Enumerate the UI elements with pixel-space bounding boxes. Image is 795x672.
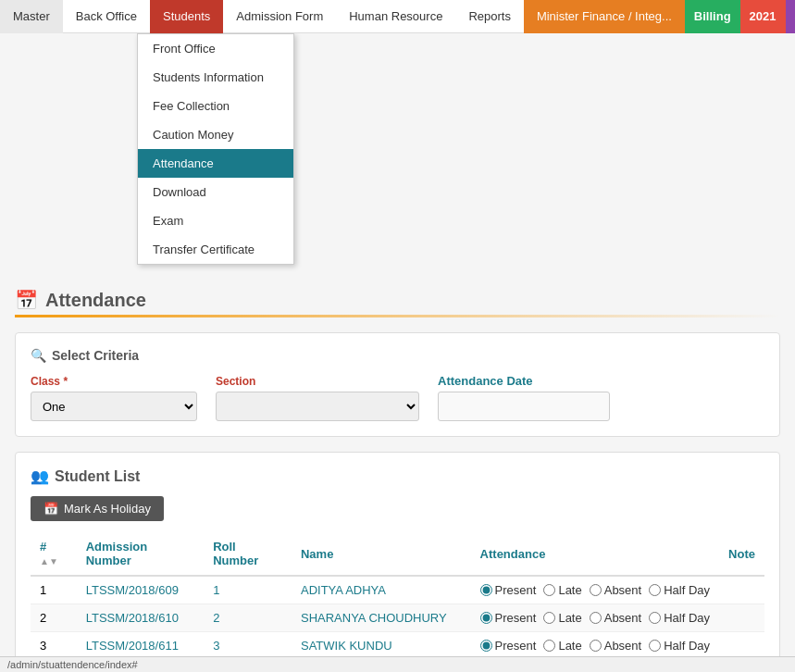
cell-name: ADITYA ADHYA — [292, 576, 471, 604]
radio-present[interactable] — [480, 584, 492, 596]
menu-download[interactable]: Download — [138, 178, 293, 206]
radio-halfday[interactable] — [649, 640, 661, 652]
attendance-options: Present Late Absent Half Day — [480, 583, 710, 597]
radio-halfday[interactable] — [649, 584, 661, 596]
url-bar: /admin/stuattendence/index# — [0, 656, 795, 672]
col-name: Name — [292, 532, 471, 576]
cell-note — [719, 576, 764, 604]
cell-roll: 1 — [204, 576, 292, 604]
attendance-date-label: Attendance Date — [438, 374, 610, 388]
menu-transfer-certificate[interactable]: Transfer Certificate — [138, 235, 293, 264]
section-label: Section — [216, 375, 419, 388]
criteria-row: Class * One Section Attendance Date 20-O… — [31, 374, 764, 421]
table-row: 3 LTSSM/2018/611 3 SATWIK KUNDU Present … — [31, 632, 764, 660]
col-admission: Admission Number — [77, 532, 205, 576]
radio-late[interactable] — [543, 584, 555, 596]
students-dropdown: Front Office Students Information Fee Co… — [137, 33, 294, 265]
name-link[interactable]: ADITYA ADHYA — [301, 583, 386, 597]
radio-late-label[interactable]: Late — [543, 611, 581, 625]
col-num: # ▲▼ — [31, 532, 77, 576]
name-link[interactable]: SATWIK KUNDU — [301, 639, 392, 653]
nav-master[interactable]: Master — [0, 0, 63, 33]
cell-note — [719, 604, 764, 632]
radio-absent-label[interactable]: Absent — [590, 611, 641, 625]
top-navigation: Master Back Office Students Admission Fo… — [0, 0, 795, 33]
absent-label: Absent — [604, 583, 641, 597]
radio-halfday[interactable] — [649, 612, 661, 624]
cell-roll: 3 — [204, 632, 292, 660]
radio-absent-label[interactable]: Absent — [590, 583, 641, 597]
radio-halfday-label[interactable]: Half Day — [649, 611, 710, 625]
class-select[interactable]: One — [31, 392, 197, 421]
radio-late-label[interactable]: Late — [543, 583, 581, 597]
roll-link[interactable]: 1 — [213, 583, 219, 597]
mark-holiday-button[interactable]: 📅 Mark As Holiday — [31, 496, 164, 521]
radio-late-label[interactable]: Late — [543, 639, 581, 653]
nav-human-resource[interactable]: Human Resource — [336, 0, 455, 33]
nav-students[interactable]: Students — [150, 0, 223, 33]
col-roll: Roll Number — [204, 532, 292, 576]
present-label: Present — [495, 639, 537, 653]
cell-admission: LTSSM/2018/611 — [77, 632, 205, 660]
present-label: Present — [495, 583, 537, 597]
radio-present-label[interactable]: Present — [480, 639, 537, 653]
section-select[interactable] — [216, 392, 419, 421]
radio-present[interactable] — [480, 612, 492, 624]
admission-link[interactable]: LTSSM/2018/609 — [86, 583, 179, 597]
present-label: Present — [495, 611, 537, 625]
halfday-label: Half Day — [664, 611, 710, 625]
search-icon: 🔍 — [31, 348, 46, 363]
student-list-title: 👥 Student List — [31, 467, 764, 485]
attendance-options: Present Late Absent Half Day — [480, 639, 710, 653]
radio-absent-label[interactable]: Absent — [590, 639, 641, 653]
title-underline — [15, 315, 780, 317]
nav-admission-form[interactable]: Admission Form — [223, 0, 336, 33]
halfday-label: Half Day — [664, 583, 710, 597]
cell-name: SATWIK KUNDU — [292, 632, 471, 660]
radio-late[interactable] — [543, 640, 555, 652]
radio-late[interactable] — [543, 612, 555, 624]
radio-absent[interactable] — [590, 584, 602, 596]
nav-special-badge[interactable]: Special — [786, 0, 796, 33]
cell-num: 2 — [31, 604, 77, 632]
nav-back-office[interactable]: Back Office — [63, 0, 150, 33]
nav-reports[interactable]: Reports — [455, 0, 524, 33]
late-label: Late — [558, 611, 581, 625]
class-field-group: Class * One — [31, 375, 197, 421]
radio-halfday-label[interactable]: Half Day — [649, 583, 710, 597]
radio-present-label[interactable]: Present — [480, 611, 537, 625]
calendar-check-icon: 📅 — [43, 502, 58, 516]
menu-caution-money[interactable]: Caution Money — [138, 120, 293, 149]
radio-absent[interactable] — [590, 612, 602, 624]
absent-label: Absent — [604, 611, 641, 625]
menu-attendance[interactable]: Attendance — [138, 149, 293, 178]
menu-front-office[interactable]: Front Office — [138, 34, 293, 63]
name-link[interactable]: SHARANYA CHOUDHURY — [301, 611, 447, 625]
radio-present-label[interactable]: Present — [480, 583, 537, 597]
cell-roll: 2 — [204, 604, 292, 632]
attendance-date-input[interactable]: 20-Oct-2021 — [438, 392, 610, 421]
roll-link[interactable]: 2 — [213, 611, 219, 625]
radio-present[interactable] — [480, 640, 492, 652]
admission-link[interactable]: LTSSM/2018/610 — [86, 611, 179, 625]
absent-label: Absent — [604, 639, 641, 653]
table-row: 1 LTSSM/2018/609 1 ADITYA ADHYA Present … — [31, 576, 764, 604]
menu-fee-collection[interactable]: Fee Collection — [138, 92, 293, 120]
nav-year-badge[interactable]: 2021 — [740, 0, 786, 33]
student-table: # ▲▼ Admission Number Roll Number Name A… — [31, 532, 764, 672]
page-title: 📅 Attendance — [15, 289, 780, 311]
roll-link[interactable]: 3 — [213, 639, 219, 653]
table-header-row: # ▲▼ Admission Number Roll Number Name A… — [31, 532, 764, 576]
nav-highlighted[interactable]: Minister Finance / Integ... — [524, 0, 685, 33]
menu-students-information[interactable]: Students Information — [138, 63, 293, 92]
attendance-date-field-group: Attendance Date 20-Oct-2021 — [438, 374, 610, 421]
admission-link[interactable]: LTSSM/2018/611 — [86, 639, 179, 653]
radio-halfday-label[interactable]: Half Day — [649, 639, 710, 653]
radio-absent[interactable] — [590, 640, 602, 652]
attendance-options: Present Late Absent Half Day — [480, 611, 710, 625]
col-attendance: Attendance — [471, 532, 719, 576]
class-label: Class * — [31, 375, 197, 388]
col-note: Note — [719, 532, 764, 576]
nav-billing-badge[interactable]: Billing — [685, 0, 740, 33]
menu-exam[interactable]: Exam — [138, 206, 293, 235]
